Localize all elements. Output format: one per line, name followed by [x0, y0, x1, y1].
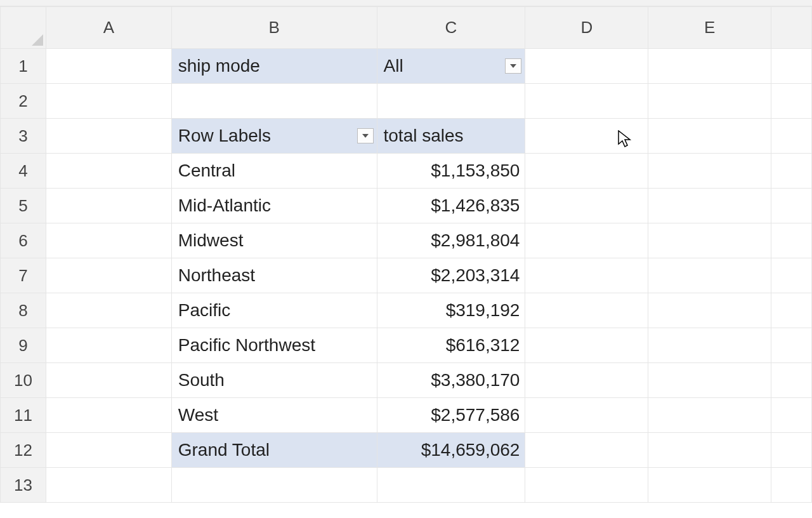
cell-D3[interactable]	[525, 119, 648, 154]
cell-A4[interactable]	[46, 154, 171, 189]
cell-A2[interactable]	[46, 84, 171, 119]
cell-F10[interactable]	[771, 363, 811, 398]
pivot-filter-field[interactable]: ship mode	[171, 49, 377, 84]
cell-F4[interactable]	[771, 154, 811, 189]
pivot-row-value[interactable]: $1,426,835	[377, 189, 525, 223]
cell-E11[interactable]	[648, 398, 771, 433]
filter-dropdown-button[interactable]	[505, 58, 521, 74]
row-header-6[interactable]: 6	[1, 223, 46, 258]
pivot-grand-total-value[interactable]: $14,659,062	[377, 433, 525, 468]
cell-A5[interactable]	[46, 189, 171, 223]
pivot-row-labels-header[interactable]: Row Labels	[171, 119, 377, 154]
cell-F12[interactable]	[771, 433, 811, 468]
row-header-4[interactable]: 4	[1, 154, 46, 189]
cell-D9[interactable]	[525, 328, 648, 363]
pivot-grand-total-label[interactable]: Grand Total	[171, 433, 377, 468]
cell-A11[interactable]	[46, 398, 171, 433]
cell-E9[interactable]	[648, 328, 771, 363]
cell-B2[interactable]	[171, 84, 377, 119]
row-header-3[interactable]: 3	[1, 119, 46, 154]
row-header-8[interactable]: 8	[1, 293, 46, 328]
cell-F1[interactable]	[771, 49, 811, 84]
pivot-row-label[interactable]: Midwest	[171, 223, 377, 258]
cell-E13[interactable]	[648, 468, 771, 503]
cell-A13[interactable]	[46, 468, 171, 503]
cell-C2[interactable]	[377, 84, 525, 119]
cell-D12[interactable]	[525, 433, 648, 468]
select-all-corner[interactable]	[1, 7, 46, 49]
row-header-9[interactable]: 9	[1, 328, 46, 363]
cell-F8[interactable]	[771, 293, 811, 328]
column-header-overflow[interactable]	[771, 7, 811, 49]
pivot-row-value[interactable]: $1,153,850	[377, 154, 525, 189]
cell-F7[interactable]	[771, 258, 811, 293]
cell-F3[interactable]	[771, 119, 811, 154]
row-labels-dropdown-button[interactable]	[357, 128, 374, 143]
cell-D8[interactable]	[525, 293, 648, 328]
cell-E6[interactable]	[648, 223, 771, 258]
pivot-filter-value[interactable]: All	[377, 49, 525, 84]
row-header-1[interactable]: 1	[1, 49, 46, 84]
cell-E4[interactable]	[648, 154, 771, 189]
cell-D11[interactable]	[525, 398, 648, 433]
row-header-2[interactable]: 2	[1, 84, 46, 119]
cell-A9[interactable]	[46, 328, 171, 363]
cell-F9[interactable]	[771, 328, 811, 363]
cell-F6[interactable]	[771, 223, 811, 258]
row-header-12[interactable]: 12	[1, 433, 46, 468]
pivot-row-label[interactable]: South	[171, 363, 377, 398]
column-header-E[interactable]: E	[648, 7, 771, 49]
pivot-row-label[interactable]: Pacific Northwest	[171, 328, 377, 363]
pivot-row-label[interactable]: Pacific	[171, 293, 377, 328]
cell-D2[interactable]	[525, 84, 648, 119]
cell-C13[interactable]	[377, 468, 525, 503]
row-header-7[interactable]: 7	[1, 258, 46, 293]
cell-A8[interactable]	[46, 293, 171, 328]
cell-A3[interactable]	[46, 119, 171, 154]
cell-F13[interactable]	[771, 468, 811, 503]
column-header-B[interactable]: B	[171, 7, 377, 49]
row-header-11[interactable]: 11	[1, 398, 46, 433]
pivot-row-label[interactable]: Central	[171, 154, 377, 189]
cell-D10[interactable]	[525, 363, 648, 398]
pivot-row-label[interactable]: West	[171, 398, 377, 433]
pivot-measure-header[interactable]: total sales	[377, 119, 525, 154]
pivot-row-label[interactable]: Mid-Atlantic	[171, 189, 377, 223]
cell-B13[interactable]	[171, 468, 377, 503]
column-header-C[interactable]: C	[377, 7, 525, 49]
pivot-row-value[interactable]: $2,981,804	[377, 223, 525, 258]
cell-F5[interactable]	[771, 189, 811, 223]
cell-E8[interactable]	[648, 293, 771, 328]
cell-E1[interactable]	[648, 49, 771, 84]
cell-A7[interactable]	[46, 258, 171, 293]
cell-D7[interactable]	[525, 258, 648, 293]
row-header-10[interactable]: 10	[1, 363, 46, 398]
cell-F11[interactable]	[771, 398, 811, 433]
cell-E2[interactable]	[648, 84, 771, 119]
cell-D13[interactable]	[525, 468, 648, 503]
cell-A1[interactable]	[46, 49, 171, 84]
cell-D1[interactable]	[525, 49, 648, 84]
pivot-row-value[interactable]: $3,380,170	[377, 363, 525, 398]
cell-E12[interactable]	[648, 433, 771, 468]
cell-E5[interactable]	[648, 189, 771, 223]
worksheet-grid[interactable]: A B C D E 1 ship mode All 2 3	[0, 6, 812, 503]
cell-A6[interactable]	[46, 223, 171, 258]
column-header-A[interactable]: A	[46, 7, 171, 49]
cell-E3[interactable]	[648, 119, 771, 154]
pivot-row-value[interactable]: $319,192	[377, 293, 525, 328]
column-header-D[interactable]: D	[525, 7, 648, 49]
pivot-row-value[interactable]: $2,577,586	[377, 398, 525, 433]
row-header-13[interactable]: 13	[1, 468, 46, 503]
pivot-row-value[interactable]: $616,312	[377, 328, 525, 363]
cell-E10[interactable]	[648, 363, 771, 398]
pivot-row-value[interactable]: $2,203,314	[377, 258, 525, 293]
cell-D5[interactable]	[525, 189, 648, 223]
row-header-5[interactable]: 5	[1, 189, 46, 223]
pivot-row-label[interactable]: Northeast	[171, 258, 377, 293]
cell-D4[interactable]	[525, 154, 648, 189]
cell-D6[interactable]	[525, 223, 648, 258]
cell-E7[interactable]	[648, 258, 771, 293]
cell-F2[interactable]	[771, 84, 811, 119]
cell-A12[interactable]	[46, 433, 171, 468]
